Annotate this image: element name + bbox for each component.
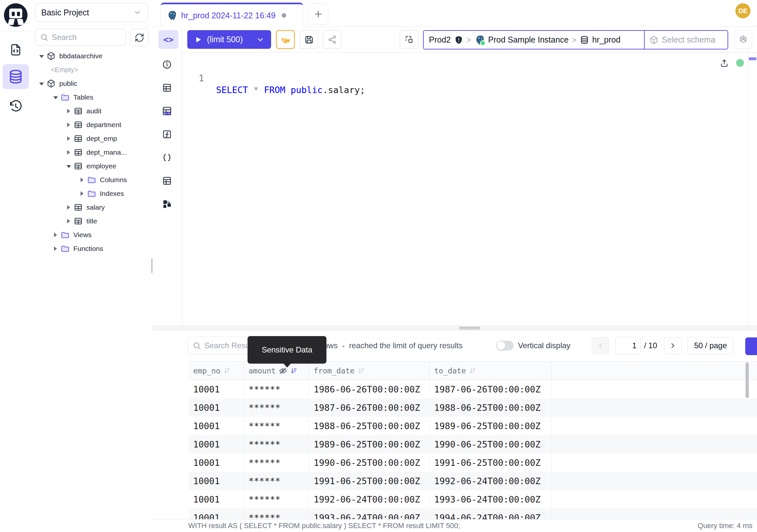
cell-amount-masked[interactable]: ****** (244, 380, 309, 398)
cell-amount-masked[interactable]: ****** (244, 435, 309, 454)
table-row[interactable]: 10001 ****** 1989-06-25T00:00:00Z 1990-0… (189, 435, 757, 454)
share-button[interactable] (323, 30, 342, 49)
table-row[interactable]: 10001 ****** 1991-06-25T00:00:00Z 1992-0… (189, 472, 757, 490)
cell-emp-no[interactable]: 10001 (189, 454, 244, 472)
bytebase-logo[interactable] (4, 3, 27, 27)
tree-node[interactable]: bbdataarchive (31, 49, 152, 63)
tree-node[interactable]: <Empty> (31, 63, 152, 77)
cell-emp-no[interactable]: 10001 (189, 435, 244, 454)
function-icon[interactable] (152, 122, 182, 146)
table-row[interactable]: 10001 ****** 1990-06-25T00:00:00Z 1991-0… (189, 454, 757, 472)
caret-icon[interactable] (53, 247, 57, 251)
cell-emp-no[interactable]: 10001 (189, 508, 244, 519)
upload-icon[interactable] (720, 59, 729, 68)
table-row[interactable]: 10001 ****** 1993-06-24T00:00:00Z 1994-0… (189, 508, 757, 519)
caret-icon[interactable] (67, 123, 71, 127)
panel-splitter[interactable] (152, 325, 757, 331)
cell-from-date[interactable]: 1989-06-25T00:00:00Z (309, 435, 430, 454)
ai-assistant-button[interactable] (734, 30, 752, 49)
add-tab-button[interactable] (308, 3, 328, 24)
column-header-emp-no[interactable]: emp_no (189, 362, 244, 380)
tree-node[interactable]: dept_mana... (31, 145, 152, 159)
cell-to-date[interactable]: 1988-06-25T00:00:00Z (430, 398, 552, 417)
save-button[interactable] (300, 30, 318, 49)
avatar[interactable]: DE (735, 3, 750, 18)
sort-icon[interactable] (357, 367, 365, 375)
code-line[interactable]: 1 SELECT * FROM public.salary; (152, 61, 757, 73)
tree-node[interactable]: employee (31, 159, 152, 173)
column-header-amount[interactable]: amount (244, 362, 309, 380)
sql-code-editor[interactable]: 1 SELECT * FROM public.salary; (152, 53, 757, 325)
tree-node[interactable]: department (31, 118, 152, 132)
caret-icon[interactable] (80, 192, 84, 196)
caret-icon[interactable] (39, 81, 43, 85)
parentheses-icon[interactable] (152, 146, 182, 169)
tree-node[interactable]: Columns (31, 173, 152, 187)
worksheet-icon[interactable] (3, 37, 29, 62)
tree-node[interactable]: audit (31, 104, 152, 118)
cell-to-date[interactable]: 1994-06-24T00:00:00Z (430, 508, 552, 519)
cell-amount-masked[interactable]: ****** (244, 508, 309, 519)
cell-amount-masked[interactable]: ****** (244, 417, 309, 435)
cell-to-date[interactable]: 1989-06-25T00:00:00Z (430, 417, 552, 435)
editor-overview-ruler[interactable] (748, 53, 748, 325)
run-query-button[interactable]: (limit 500) (187, 30, 271, 49)
caret-icon[interactable] (80, 178, 84, 182)
cell-amount-masked[interactable]: ****** (244, 454, 309, 472)
table-row[interactable]: 10001 ****** 1988-06-25T00:00:00Z 1989-0… (189, 417, 757, 435)
tree-node[interactable]: public (31, 77, 152, 90)
tab-active-worksheet[interactable]: hr_prod 2024-11-22 16:49 (161, 3, 303, 26)
batch-mode-button[interactable] (400, 30, 418, 49)
table-body[interactable]: 10001 ****** 1986-06-26T00:00:00Z 1987-0… (189, 380, 757, 519)
previous-page-button[interactable] (591, 337, 609, 354)
cell-from-date[interactable]: 1991-06-25T00:00:00Z (309, 472, 430, 490)
cell-to-date[interactable]: 1991-06-25T00:00:00Z (430, 454, 552, 472)
cell-emp-no[interactable]: 10001 (189, 417, 244, 435)
export-button[interactable] (745, 337, 757, 355)
tree-node[interactable]: dept_emp (31, 132, 152, 145)
cell-from-date[interactable]: 1986-06-26T00:00:00Z (309, 380, 430, 398)
page-number-input[interactable]: 1 (615, 337, 641, 354)
chevron-down-icon[interactable] (256, 35, 264, 44)
schema-diagram-icon[interactable] (152, 192, 182, 216)
table-row[interactable]: 10001 ****** 1987-06-26T00:00:00Z 1988-0… (189, 398, 757, 417)
next-page-button[interactable] (664, 337, 682, 354)
column-header-to-date[interactable]: to_date (430, 362, 552, 380)
caret-icon[interactable] (67, 219, 71, 223)
code-panel-button[interactable]: <> (159, 30, 178, 49)
cell-from-date[interactable]: 1987-06-26T00:00:00Z (309, 398, 430, 417)
caret-icon[interactable] (53, 233, 57, 237)
page-size-select[interactable]: 50 / page (687, 337, 733, 354)
format-sql-button[interactable] (276, 30, 295, 49)
cell-to-date[interactable]: 1993-06-24T00:00:00Z (430, 490, 552, 508)
cell-from-date[interactable]: 1990-06-25T00:00:00Z (309, 454, 430, 472)
tree-node[interactable]: Indexes (31, 187, 152, 201)
cell-emp-no[interactable]: 10001 (189, 380, 244, 398)
sort-icon-active[interactable] (290, 367, 298, 375)
cell-emp-no[interactable]: 10001 (189, 472, 244, 490)
cell-amount-masked[interactable]: ****** (244, 398, 309, 417)
eye-off-icon[interactable] (279, 366, 287, 375)
caret-icon[interactable] (67, 109, 71, 113)
history-icon[interactable] (3, 94, 29, 119)
table-row[interactable]: 10001 ****** 1986-06-26T00:00:00Z 1987-0… (189, 380, 757, 398)
table-row[interactable]: 10001 ****** 1992-06-24T00:00:00Z 1993-0… (189, 490, 757, 508)
cell-to-date[interactable]: 1990-06-25T00:00:00Z (430, 435, 552, 454)
cell-from-date[interactable]: 1992-06-24T00:00:00Z (309, 490, 430, 508)
caret-icon[interactable] (67, 164, 71, 168)
caret-icon[interactable] (67, 205, 71, 209)
caret-icon[interactable] (39, 54, 43, 58)
search-input[interactable]: Search (35, 29, 126, 46)
sort-icon[interactable] (469, 367, 477, 375)
cell-to-date[interactable]: 1992-06-24T00:00:00Z (430, 472, 552, 490)
column-header-from-date[interactable]: from_date (309, 362, 430, 380)
cell-amount-masked[interactable]: ****** (244, 490, 309, 508)
connection-breadcrumb[interactable]: Prod2 > Prod Sample Instance > (424, 31, 644, 49)
database-panel-icon[interactable] (3, 64, 29, 89)
cell-to-date[interactable]: 1987-06-26T00:00:00Z (430, 380, 552, 398)
tree-node[interactable]: Tables (31, 90, 152, 104)
cell-emp-no[interactable]: 10001 (189, 398, 244, 417)
refresh-button[interactable] (130, 29, 149, 46)
table-data-icon[interactable] (152, 169, 182, 192)
results-scrollbar[interactable] (745, 362, 749, 398)
